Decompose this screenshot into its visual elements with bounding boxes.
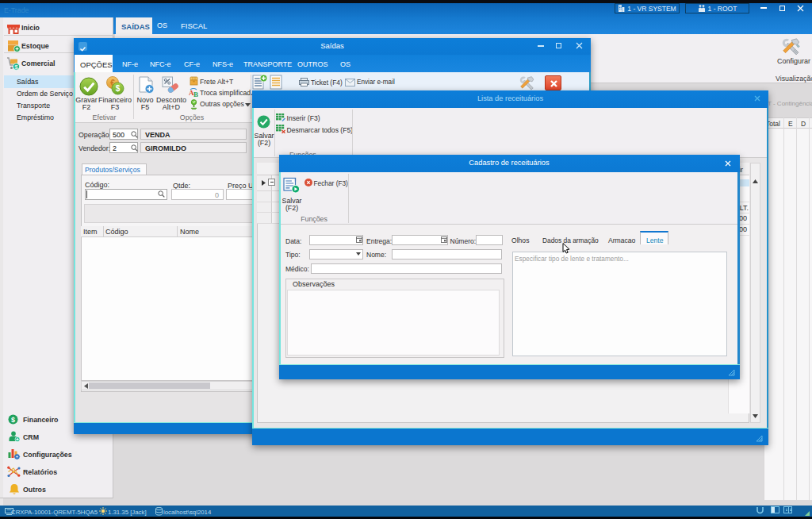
svg-text:$: $ <box>11 416 15 424</box>
svg-text:$: $ <box>14 63 18 71</box>
svg-text:$: $ <box>116 84 121 93</box>
svg-text:B: B <box>193 90 198 97</box>
